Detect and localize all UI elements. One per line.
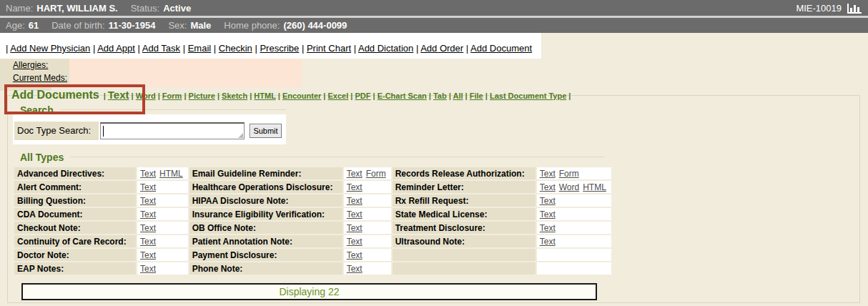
- open-text-link[interactable]: Text: [540, 182, 556, 192]
- resize-handle[interactable]: [238, 133, 243, 138]
- separator-pipe: |: [463, 43, 470, 54]
- open-html-link[interactable]: HTML: [159, 169, 183, 179]
- nav-link-add-task[interactable]: Add Task: [142, 43, 180, 54]
- open-text-link[interactable]: Text: [540, 237, 556, 247]
- doc-type-link-cell: Text: [137, 262, 188, 275]
- doc-type-link-cell: Text: [137, 235, 188, 247]
- open-form-link[interactable]: Form: [559, 169, 579, 179]
- nav-link-print-chart[interactable]: Print Chart: [307, 43, 351, 54]
- add-documents-screen: Name: HART, WILLIAM S. Status: Active MI…: [0, 0, 868, 306]
- open-text-link[interactable]: Text: [140, 182, 156, 192]
- open-text-link[interactable]: Text: [140, 196, 156, 206]
- doc-type-link-form[interactable]: Form: [162, 92, 182, 100]
- allergies-link[interactable]: Allergies:: [13, 60, 48, 70]
- open-form-link[interactable]: Form: [366, 169, 386, 179]
- doc-type-label: Ultrasound Note:: [393, 235, 536, 247]
- open-text-link[interactable]: Text: [347, 250, 363, 260]
- displaying-count-box: Displaying 22: [21, 283, 597, 300]
- table-row: Advanced Directives:TextHTMLEmail Guidel…: [14, 167, 611, 179]
- doc-type-link-html[interactable]: HTML: [254, 92, 275, 100]
- doc-type-link-picture[interactable]: Picture: [189, 92, 215, 100]
- bar-chart-icon[interactable]: [847, 3, 862, 14]
- action-links-bar: | Add New Physician | Add Appt | Add Tas…: [6, 43, 532, 54]
- doc-type-link-sketch[interactable]: Sketch: [222, 92, 247, 100]
- open-text-link[interactable]: Text: [347, 209, 363, 219]
- doc-type-link-cell: Text: [137, 222, 188, 234]
- doc-type-label: Continuity of Care Record:: [14, 235, 136, 247]
- nav-link-add-new-physician[interactable]: Add New Physician: [10, 43, 90, 54]
- doc-type-label: EAP Notes:: [14, 262, 136, 275]
- doc-type-label: Treatment Disclosure:: [393, 222, 536, 234]
- separator-pipe: |: [156, 92, 162, 100]
- doc-type-link-cell: TextForm: [537, 167, 611, 179]
- open-text-link[interactable]: Text: [140, 237, 156, 247]
- separator-pipe: |: [463, 92, 470, 100]
- doc-type-link-all[interactable]: All: [453, 92, 463, 100]
- open-text-link[interactable]: Text: [347, 264, 363, 274]
- doc-type-link-cell: Text: [137, 194, 188, 207]
- doc-type-link-cell: Text: [344, 235, 391, 247]
- open-text-link[interactable]: Text: [540, 169, 556, 179]
- open-text-link[interactable]: Text: [347, 223, 363, 233]
- doc-type-label: State Medical License:: [393, 208, 536, 220]
- doc-type-label: Payment Disclosure:: [189, 249, 342, 261]
- doc-type-label: Doctor Note:: [14, 249, 136, 261]
- submit-button[interactable]: Submit: [250, 124, 282, 138]
- separator-pipe: |: [211, 43, 219, 54]
- open-text-link[interactable]: Text: [140, 223, 156, 233]
- table-row: Checkout Note:TextOB Office Note:TextTre…: [14, 222, 611, 234]
- nav-link-add-appt[interactable]: Add Appt: [97, 43, 135, 54]
- open-text-link[interactable]: Text: [540, 196, 556, 206]
- open-text-link[interactable]: Text: [347, 196, 363, 206]
- separator-pipe: |: [180, 43, 188, 54]
- nav-link-add-order[interactable]: Add Order: [420, 43, 463, 54]
- current-meds-link[interactable]: Current Meds:: [13, 73, 67, 83]
- doc-type-label: Advanced Directives:: [14, 167, 136, 179]
- open-text-link[interactable]: Text: [140, 209, 156, 219]
- open-text-link[interactable]: Text: [140, 264, 156, 274]
- nav-link-prescribe[interactable]: Prescribe: [260, 43, 299, 54]
- separator-pipe: |: [321, 92, 327, 100]
- doc-type-link-excel[interactable]: Excel: [328, 92, 349, 100]
- doc-type-link-cell: Text: [137, 208, 188, 220]
- open-text-link[interactable]: Text: [540, 209, 556, 219]
- sex-label: Sex:: [168, 20, 187, 31]
- doc-type-link-file[interactable]: File: [470, 92, 483, 100]
- table-row: Continuity of Care Record:TextPatient An…: [14, 235, 611, 247]
- sex-value: Male: [190, 20, 211, 31]
- open-word-link[interactable]: Word: [559, 182, 579, 192]
- open-text-link[interactable]: Text: [347, 182, 363, 192]
- doc-type-link-e-chart-scan[interactable]: E-Chart Scan: [378, 92, 427, 100]
- doc-type-label: Alert Comment:: [14, 181, 136, 193]
- doc-type-link-bar: | Text | Word | Form | Picture | Sketch …: [104, 89, 571, 101]
- nav-link-email[interactable]: Email: [188, 43, 212, 54]
- nav-link-checkin[interactable]: Checkin: [219, 43, 252, 54]
- doc-type-label: Patient Annotation Note:: [189, 235, 342, 247]
- nav-link-add-dictation[interactable]: Add Dictation: [358, 43, 413, 54]
- separator-pipe: |: [370, 92, 377, 100]
- doc-type-label: Insurance Eligibility Verification:: [189, 208, 342, 220]
- all-types-section-title: All Types: [20, 152, 64, 163]
- doc-type-search-input[interactable]: [100, 122, 245, 139]
- separator-pipe: |: [276, 92, 282, 100]
- open-text-link[interactable]: Text: [540, 223, 556, 233]
- doc-type-label: CDA Document:: [14, 208, 136, 220]
- open-html-link[interactable]: HTML: [583, 182, 606, 192]
- patient-name-bar: Name: HART, WILLIAM S. Status: Active MI…: [0, 0, 868, 16]
- open-text-link[interactable]: Text: [140, 169, 156, 179]
- doc-type-link-tab[interactable]: Tab: [433, 92, 447, 100]
- open-text-link[interactable]: Text: [347, 169, 363, 179]
- open-text-link[interactable]: Text: [140, 250, 156, 260]
- doc-type-link-pdf[interactable]: PDF: [355, 92, 370, 100]
- nav-link-add-document[interactable]: Add Document: [470, 43, 532, 54]
- separator-pipe: |: [215, 92, 222, 100]
- doc-type-link-encounter[interactable]: Encounter: [282, 92, 321, 100]
- doc-type-label: OB Office Note:: [189, 222, 342, 234]
- separator-pipe: |: [447, 92, 453, 100]
- open-text-link[interactable]: Text: [347, 237, 363, 247]
- table-row: Doctor Note:TextPayment Disclosure:Text: [14, 249, 611, 261]
- separator-pipe: |: [247, 92, 254, 100]
- doc-type-link-last-document-type[interactable]: Last Document Type: [490, 92, 566, 100]
- doc-type-label: Healthcare Operations Disclosure:: [189, 181, 342, 193]
- doc-type-link-cell: Text: [537, 208, 611, 220]
